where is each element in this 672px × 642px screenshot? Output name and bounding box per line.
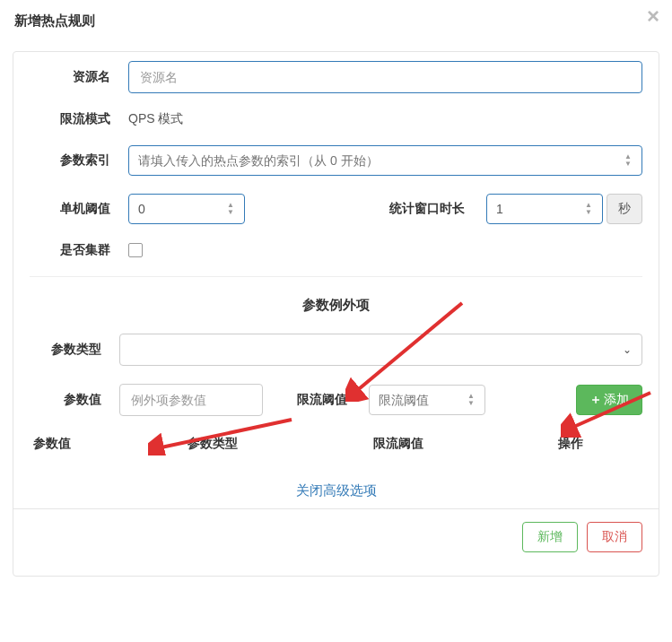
resource-input[interactable] xyxy=(128,61,642,93)
paramtype-label: 参数类型 xyxy=(30,342,119,358)
cancel-button[interactable]: 取消 xyxy=(587,522,642,552)
flowlimit-input[interactable] xyxy=(369,385,485,415)
exception-title: 参数例外项 xyxy=(13,286,659,325)
window-unit: 秒 xyxy=(607,194,642,224)
plus-icon: ＋ xyxy=(589,392,602,408)
paramval-label: 参数值 xyxy=(30,392,119,408)
flowlimit-label: 限流阈值 xyxy=(270,392,362,408)
cluster-label: 是否集群 xyxy=(30,242,128,258)
paramtype-select[interactable] xyxy=(119,334,642,366)
close-advanced-link[interactable]: 关闭高级选项 xyxy=(296,482,377,498)
modal-title: 新增热点规则 xyxy=(14,13,95,28)
th-paramval: 参数值 xyxy=(33,436,188,452)
modal-footer: 新增 取消 xyxy=(13,508,659,565)
form-panel: 资源名 限流模式 QPS 模式 参数索引 ▲▼ 单机阈值 ▲▼ 统计窗口时长 xyxy=(13,51,659,577)
th-paramtype: 参数类型 xyxy=(188,436,372,452)
th-action: 操作 xyxy=(558,436,639,452)
resource-label: 资源名 xyxy=(30,69,128,85)
th-flowlimit: 限流阈值 xyxy=(373,436,558,452)
divider xyxy=(30,276,642,277)
cluster-checkbox[interactable] xyxy=(128,243,143,257)
threshold-input[interactable] xyxy=(128,194,245,224)
paramval-input[interactable] xyxy=(119,384,263,416)
submit-button[interactable]: 新增 xyxy=(522,522,578,552)
exception-table-header: 参数值 参数类型 限流阈值 操作 xyxy=(13,425,659,455)
add-button[interactable]: ＋ 添加 xyxy=(576,385,642,415)
window-label: 统计窗口时长 xyxy=(362,201,479,217)
paramidx-label: 参数索引 xyxy=(30,152,128,169)
mode-value: QPS 模式 xyxy=(128,111,183,127)
window-input[interactable] xyxy=(486,194,603,224)
close-icon[interactable]: × xyxy=(647,5,659,27)
paramidx-input[interactable] xyxy=(128,145,642,176)
threshold-label: 单机阈值 xyxy=(30,201,128,217)
mode-label: 限流模式 xyxy=(30,111,128,127)
